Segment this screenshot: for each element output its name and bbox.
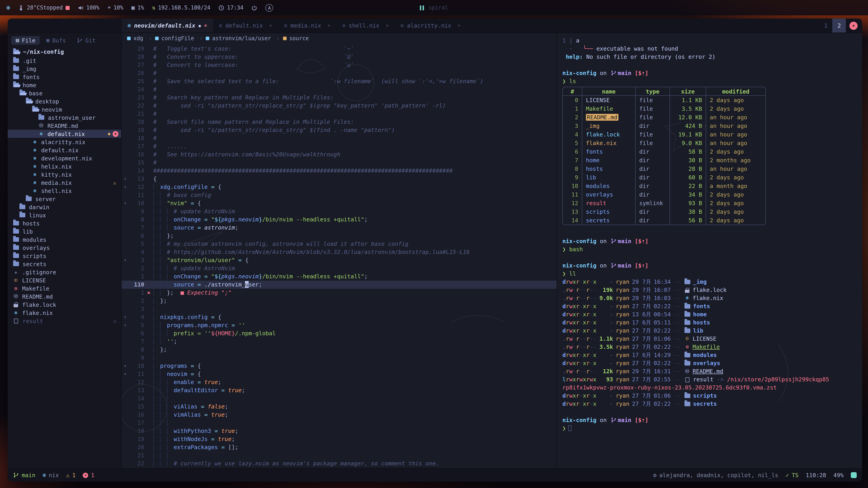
tree-item[interactable]: .git [8,57,121,65]
tree-item[interactable]: lib [8,227,121,235]
code-line[interactable]: 14 ▏ ▏ ▏ [122,394,557,402]
fold-marker[interactable] [122,386,129,394]
tree-item[interactable]: README.md [8,122,121,130]
tree-item[interactable]: default.nix [8,146,121,154]
code-line[interactable]: 8 ▏ }; [122,346,557,354]
tree-item[interactable]: Makefile [8,284,121,292]
code-line[interactable]: ▾ 13 { [122,175,557,183]
code-line[interactable]: ▾ 12 ▏ xdg.configFile = { [122,183,557,191]
code-line[interactable]: 14 #####################################… [122,167,557,175]
code-line[interactable]: 19 # sed -ri "s/pattern_str/replace_str/… [122,126,557,134]
code-line[interactable]: 9 ▏ ▏ ▏ # update AstroNvim [122,207,557,216]
code-line[interactable]: 2 ▏ }; [122,297,557,305]
code-line[interactable]: 7 ▏ ▏ ▏ source = astronvim; [122,224,557,232]
tree-item[interactable]: flake.nix [8,308,121,317]
fold-marker[interactable] [122,272,129,281]
code-line[interactable]: 1 ▏ ▏ ▏ onChange = "${pkgs.neovim}/bin/n… [122,272,557,281]
fold-marker[interactable]: ▾ [122,313,129,321]
tree-item[interactable]: scripts [8,252,121,260]
buffer-tab[interactable]: alacritty.nix × [395,19,467,33]
tree-item[interactable]: .gitignore [8,268,121,276]
code-line[interactable]: ▾ 10 ▏ programs = { [122,362,557,370]
explorer-tab-file[interactable]: ▤File [11,36,40,44]
fold-marker[interactable] [122,77,129,86]
fold-marker[interactable]: ▾ [122,199,129,207]
tree-item[interactable]: helix.nix [8,162,121,170]
fold-marker[interactable] [122,248,129,256]
breadcrumb-item[interactable]: configFile› [155,35,203,41]
fold-marker[interactable] [122,61,129,69]
breadcrumb-item[interactable]: astronvim/lua/user› [206,35,280,41]
fold-marker[interactable]: ▾ [122,362,129,370]
temperature-widget[interactable]: 28°C [18,4,40,11]
code-line[interactable]: 2 ▏ ▏ ▏ # update AstroNvim [122,264,557,272]
tree-item[interactable]: hosts [8,219,121,227]
fold-marker[interactable]: ▾ [122,256,129,264]
fold-marker[interactable] [122,167,129,175]
code-line[interactable]: ▾ 5 ▏ ▏ programs.npm.npmrc = '' [122,321,557,329]
buffer-tab[interactable]: default.nix × [213,19,278,33]
tabpage-indicator[interactable]: 2 [833,19,846,33]
fold-marker[interactable] [122,451,129,459]
code-line[interactable]: 17 # ...... [122,142,557,151]
network-widget[interactable]: ⇅192.168.5.100/24 [152,4,211,11]
pause-icon[interactable] [420,5,424,10]
fold-marker[interactable] [122,459,129,468]
fold-marker[interactable] [122,207,129,216]
fold-marker[interactable] [122,142,129,151]
fold-marker[interactable] [122,45,129,53]
fold-marker[interactable] [122,102,129,110]
fold-marker[interactable] [122,289,129,297]
code-line[interactable]: 15 ▏ ▏ ▏ viAlias = false; [122,402,557,411]
code-line[interactable]: 4 ▏ ▏ # https://github.com/AstroNvim/Ast… [122,248,557,256]
keyboard-layout-indicator[interactable]: A [266,4,273,11]
fold-marker[interactable] [122,281,129,289]
fold-marker[interactable] [122,402,129,411]
fold-marker[interactable] [122,151,129,159]
code-line[interactable]: 3 ▏ [122,305,557,313]
code-line[interactable]: 7 ▏ ▏ ''; [122,337,557,346]
code-line[interactable]: 110 ▏ ▏ ▏ source = ./astronvim_user; [122,281,557,289]
code-line[interactable]: 21 # [122,110,557,118]
fold-marker[interactable] [122,126,129,134]
explorer-tab-bufs[interactable]: ▣Bufs [42,36,70,44]
code-area[interactable]: 29 # Toggle text's case: `~` 28 # Conver… [122,44,557,468]
code-line[interactable]: 16 # See https://astronvim.com/Basic%20U… [122,151,557,159]
fold-marker[interactable] [122,305,129,313]
diagnostic-errors[interactable]: ×1 [83,472,94,479]
fold-marker[interactable] [122,329,129,337]
code-line[interactable]: 29 # Toggle text's case: `~` [122,45,557,53]
tabline-close-button[interactable]: × [849,22,858,30]
tree-item[interactable]: base [8,89,121,97]
code-line[interactable]: 6 ▏ ▏ }; [122,232,557,240]
fold-marker[interactable] [122,346,129,354]
code-line[interactable]: ▾ 10 ▏ ▏ "nvim" = { [122,199,557,207]
code-line[interactable]: 20 # Search file name pattern and Replac… [122,118,557,126]
buffer-tab[interactable]: media.nix × [278,19,336,33]
code-line[interactable]: 28 # Convert to uppercase: `U` [122,53,557,61]
tree-item[interactable]: result ○ [8,317,121,325]
tree-item[interactable]: linux [8,211,121,219]
code-line[interactable]: 19 ▏ ▏ ▏ withNodeJs = true; [122,435,557,443]
fold-marker[interactable] [122,378,129,386]
terminal-panel[interactable]: 1 | a · ╰── executable was not found hel… [557,33,862,468]
tree-item[interactable]: fonts [8,73,121,81]
volume-widget[interactable]: 100% [78,4,99,11]
tabpage-indicator[interactable]: 1 [819,19,833,33]
diagnostic-warnings[interactable]: ⚠1 [66,472,75,479]
code-line[interactable]: 9 ▏ [122,354,557,362]
fold-marker[interactable] [122,435,129,443]
buffer-tab[interactable]: shell.nix × [336,19,395,33]
explorer-root[interactable]: ~/nix-config [8,46,121,57]
code-line[interactable]: 22 ▏ ▏ ▏ # currently we use lazy.nvim as… [122,459,557,468]
fold-marker[interactable] [122,394,129,402]
fold-marker[interactable] [122,159,129,167]
breadcrumb-item[interactable]: source› [283,35,309,41]
fold-marker[interactable] [122,53,129,61]
fold-marker[interactable] [122,216,129,224]
tree-item[interactable]: LICENSE [8,276,121,284]
tree-item[interactable]: development.nix [8,154,121,162]
fold-marker[interactable] [122,427,129,435]
fold-marker[interactable] [122,240,129,248]
power-button[interactable] [252,5,257,11]
